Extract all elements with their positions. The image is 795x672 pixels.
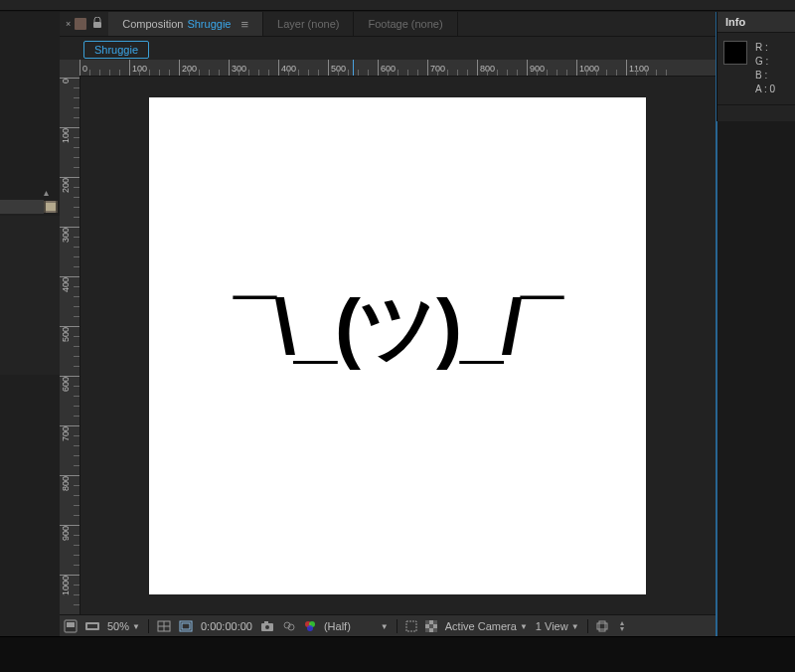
resolution-select[interactable]: (Half)▼ (320, 615, 393, 637)
tab-footage[interactable]: Footage (none) (354, 12, 457, 36)
tab-composition-name: Shruggie (187, 18, 231, 30)
composition-item-icon (44, 201, 58, 213)
zoom-select[interactable]: 50%▼ (103, 615, 144, 637)
info-rgba-readout: R : G : B : A : 0 (755, 41, 775, 96)
panel-menu-icon[interactable]: ≡ (240, 17, 248, 32)
ruler-guide-icon[interactable] (353, 60, 354, 76)
close-panel-button[interactable]: × (66, 19, 71, 29)
timeline-stub (0, 636, 795, 672)
top-band (0, 0, 795, 11)
composition-canvas[interactable]: ¯\_(ツ)_/¯ (149, 97, 646, 594)
tab-layer-label: Layer (none) (277, 18, 339, 30)
time-display[interactable]: 0:00:00:00 (197, 615, 256, 637)
info-r: R : (755, 41, 775, 55)
info-panel-title[interactable]: Info (717, 12, 795, 33)
snapshot-button[interactable] (256, 615, 278, 637)
info-g: G : (755, 55, 775, 69)
svg-rect-28 (433, 628, 437, 632)
tab-composition[interactable]: Composition Shruggie ≡ (108, 12, 263, 36)
tab-footage-label: Footage (none) (368, 18, 442, 30)
grid-button[interactable] (175, 615, 197, 637)
svg-rect-8 (87, 624, 97, 628)
canvas-text-layer[interactable]: ¯\_(ツ)_/¯ (149, 276, 646, 381)
svg-rect-26 (429, 624, 433, 628)
svg-rect-4 (93, 22, 101, 28)
views-select[interactable]: 1 View▼ (532, 615, 583, 637)
svg-rect-27 (425, 628, 429, 632)
tab-layer[interactable]: Layer (none) (263, 12, 354, 36)
pixel-aspect-button[interactable] (592, 615, 612, 637)
tab-composition-label: Composition (122, 18, 183, 30)
fast-previews-button[interactable] (612, 615, 632, 637)
svg-rect-3 (56, 201, 58, 213)
comp-flow-item[interactable]: Shruggie (83, 41, 149, 59)
roi-button[interactable] (401, 615, 421, 637)
svg-rect-1 (46, 203, 56, 211)
svg-rect-22 (406, 621, 416, 631)
svg-rect-16 (264, 621, 268, 624)
lock-icon[interactable] (92, 17, 102, 31)
ruler-horizontal[interactable]: 010020030040050060070080090010001100 (80, 60, 716, 77)
project-panel: ▴ (0, 12, 61, 637)
channels-button[interactable] (300, 615, 320, 637)
svg-rect-2 (44, 201, 46, 213)
info-color-swatch (723, 41, 747, 65)
comp-flow-row: Shruggie (60, 36, 716, 61)
viewer-footer-bar: 50%▼ 0:00:00:00 (Half)▼ Active Camera▼ 1… (60, 614, 716, 637)
magnify-button[interactable] (81, 615, 103, 637)
viewer-tabs: × Composition Shruggie ≡ Layer (none) Fo… (60, 12, 716, 36)
svg-rect-24 (425, 620, 429, 624)
info-b: B : (755, 69, 775, 83)
svg-rect-25 (433, 620, 437, 624)
camera-select[interactable]: Active Camera▼ (441, 615, 532, 637)
info-panel: Info R : G : B : A : 0 (716, 12, 795, 121)
panel-pin-icon[interactable] (75, 18, 86, 30)
always-preview-button[interactable] (60, 615, 81, 637)
show-snapshot-button[interactable] (278, 615, 300, 637)
info-a: A : 0 (755, 83, 775, 96)
safe-zones-button[interactable] (153, 615, 175, 637)
ruler-corner (60, 60, 80, 77)
project-item-row[interactable] (0, 200, 44, 214)
app-root: ▴ × Composition Shruggie ≡ Layer (none) … (0, 0, 795, 672)
transparency-grid-button[interactable] (421, 615, 441, 637)
svg-rect-13 (182, 623, 190, 629)
svg-rect-6 (67, 622, 75, 627)
composition-viewer: 010020030040050060070080090010001100 010… (60, 60, 716, 615)
ruler-vertical[interactable]: 01002003004005006007008009001000 (60, 76, 80, 615)
project-empty-area (0, 216, 60, 375)
svg-point-15 (265, 625, 269, 629)
svg-point-21 (307, 625, 313, 631)
panel-disclosure-icon[interactable]: ▴ (44, 187, 49, 198)
